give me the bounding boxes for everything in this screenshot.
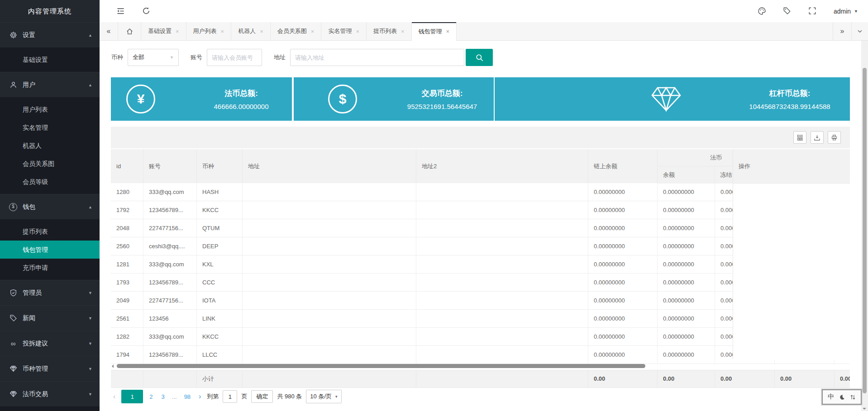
col-chain-balance[interactable]: 链上余额 <box>588 149 658 183</box>
username: admin <box>834 8 851 15</box>
col-address[interactable]: 地址 <box>243 149 416 183</box>
col-id[interactable]: id <box>111 149 143 183</box>
search-button[interactable] <box>466 49 493 66</box>
account-input[interactable] <box>207 49 262 66</box>
scroll-down-icon[interactable] <box>863 408 866 410</box>
vertical-scrollbar[interactable] <box>861 41 868 411</box>
pagination: ‹ 1 2 3 ... 98 › 到第 页 确定 共 980 条 10 条/页 … <box>111 390 342 403</box>
sidebar-group-wallet[interactable]: $ 钱包 ▲ <box>0 194 100 219</box>
main-content: 币种 全部 ▼ 账号 地址 ¥ 法币总额: 466666.00000000 <box>100 41 861 411</box>
tabs-back-icon[interactable]: « <box>100 22 118 40</box>
jump-page-input[interactable] <box>223 390 237 403</box>
tab-member-graph[interactable]: 会员关系图× <box>271 22 322 40</box>
refresh-icon[interactable] <box>142 7 151 16</box>
sidebar-item-realname[interactable]: 实名管理 <box>0 118 100 137</box>
chevron-down-icon: ▼ <box>170 55 174 60</box>
next-page-icon[interactable]: › <box>197 392 203 401</box>
close-icon[interactable]: × <box>176 28 179 35</box>
tab-robot[interactable]: 机器人× <box>231 22 271 40</box>
close-icon[interactable]: × <box>401 28 405 35</box>
chevron-up-icon: ▲ <box>88 83 92 87</box>
sidebar-item-withdraw-list[interactable]: 提币列表 <box>0 222 100 241</box>
ime-toolbar[interactable]: 中 <box>822 389 862 405</box>
dollar-circle-icon: $ <box>328 85 357 113</box>
close-icon[interactable]: × <box>221 28 224 35</box>
sidebar-item-user-list[interactable]: 用户列表 <box>0 100 100 118</box>
sidebar-item-basic-settings[interactable]: 基础设置 <box>0 51 100 69</box>
sidebar-group-settings[interactable]: 设置 ▲ <box>0 22 100 47</box>
sidebar-item-member-level[interactable]: 会员等级 <box>0 173 100 191</box>
col-balance[interactable]: 余额 <box>658 166 715 184</box>
fullscreen-icon[interactable] <box>808 7 817 16</box>
ime-moon-icon[interactable] <box>839 394 845 400</box>
sidebar-item-wallet-manage[interactable]: 钱包管理 <box>0 241 100 259</box>
horizontal-scrollbar-thumb[interactable] <box>117 364 645 368</box>
wallet-table-panel: id 账号 币种 地址 地址2 链上余额 法币 余额 冻结 1280333@qq… <box>111 127 850 388</box>
sidebar-item-robot[interactable]: 机器人 <box>0 137 100 155</box>
horizontal-scrollbar[interactable] <box>111 363 850 369</box>
tabs-forward-icon[interactable]: » <box>833 22 851 40</box>
export-button[interactable] <box>811 131 824 144</box>
chevron-down-icon: ▼ <box>88 392 92 397</box>
dollar-circle-icon: $ <box>9 203 17 211</box>
ime-width-toggle-icon[interactable] <box>850 394 856 400</box>
page-98-button[interactable]: 98 <box>182 393 193 400</box>
col-coin[interactable]: 币种 <box>197 149 243 183</box>
sidebar-group-label: 投拆建议 <box>23 340 88 348</box>
address-input[interactable] <box>290 49 464 66</box>
page-1-button[interactable]: 1 <box>121 390 143 403</box>
sidebar-submenu-clipped <box>0 406 100 411</box>
scroll-left-icon[interactable] <box>112 364 114 368</box>
tab-basic-settings[interactable]: 基础设置× <box>141 22 186 40</box>
chevron-down-icon: ▼ <box>88 341 92 346</box>
tab-user-list[interactable]: 用户列表× <box>186 22 232 40</box>
home-tab-icon[interactable] <box>118 22 141 40</box>
close-icon[interactable]: × <box>356 28 359 35</box>
currency-filter-label: 币种 <box>111 53 123 61</box>
admin-app: 内容管理系统 设置 ▲ 基础设置 用户 ▲ 用户列表 实名管理 机器人 会员关系… <box>0 0 868 411</box>
prev-page-icon[interactable]: ‹ <box>111 392 117 401</box>
column-filter-button[interactable] <box>793 131 806 144</box>
sidebar-group-coin-manage[interactable]: 币种管理 ▼ <box>0 356 100 381</box>
ime-language-label[interactable]: 中 <box>828 393 834 401</box>
diamond-icon <box>9 390 17 398</box>
sidebar-group-fiat-trade[interactable]: 法币交易 ▼ <box>0 381 100 406</box>
close-icon[interactable]: × <box>260 28 263 35</box>
collapse-sidebar-icon[interactable] <box>116 7 125 16</box>
search-icon <box>475 53 484 62</box>
chevron-down-icon: ▼ <box>88 316 92 321</box>
confirm-button[interactable]: 确定 <box>251 390 273 403</box>
address-filter-label: 地址 <box>274 53 286 61</box>
user-menu[interactable]: admin ▼ <box>834 8 858 15</box>
tab-wallet-manage[interactable]: 钱包管理× <box>412 22 457 41</box>
print-button[interactable] <box>828 131 841 144</box>
trade-total-label: 交易币总额: <box>407 88 477 99</box>
app-title: 内容管理系统 <box>0 0 100 22</box>
close-icon[interactable]: × <box>446 28 450 35</box>
sidebar-group-admins[interactable]: 管理员 ▼ <box>0 280 100 305</box>
sidebar-group-label: 用户 <box>23 81 88 89</box>
sidebar-group-users[interactable]: 用户 ▲ <box>0 72 100 97</box>
page-size-select[interactable]: 10 条/页 ▾ <box>306 390 341 403</box>
sidebar-item-member-graph[interactable]: 会员关系图 <box>0 155 100 173</box>
tab-withdraw-list[interactable]: 提币列表× <box>367 22 412 40</box>
page-3-button[interactable]: 3 <box>159 393 167 400</box>
chevron-down-icon: ▼ <box>854 9 858 14</box>
close-icon[interactable]: × <box>311 28 315 35</box>
col-account[interactable]: 账号 <box>143 149 197 183</box>
tabbar: « 基础设置× 用户列表× 机器人× 会员关系图× 实名管理× 提币列表× 钱包… <box>100 22 868 41</box>
tag-icon[interactable] <box>783 7 792 16</box>
col-address2[interactable]: 地址2 <box>416 149 588 183</box>
sidebar-item-deposit-request[interactable]: 充币申请 <box>0 259 100 277</box>
page-2-button[interactable]: 2 <box>147 393 155 400</box>
tabs-menu-icon[interactable] <box>851 22 868 40</box>
sidebar-group-news[interactable]: 新闻 ▼ <box>0 305 100 331</box>
currency-select[interactable]: 全部 ▼ <box>128 49 179 66</box>
theme-palette-icon[interactable] <box>758 7 767 16</box>
vertical-scrollbar-thumb[interactable] <box>863 68 867 393</box>
sidebar-group-feedback[interactable]: ∞ 投拆建议 ▼ <box>0 331 100 356</box>
currency-select-value: 全部 <box>133 53 144 61</box>
jump-suffix-label: 页 <box>241 392 247 401</box>
tab-realname[interactable]: 实名管理× <box>321 22 367 40</box>
sidebar: 内容管理系统 设置 ▲ 基础设置 用户 ▲ 用户列表 实名管理 机器人 会员关系… <box>0 0 100 411</box>
